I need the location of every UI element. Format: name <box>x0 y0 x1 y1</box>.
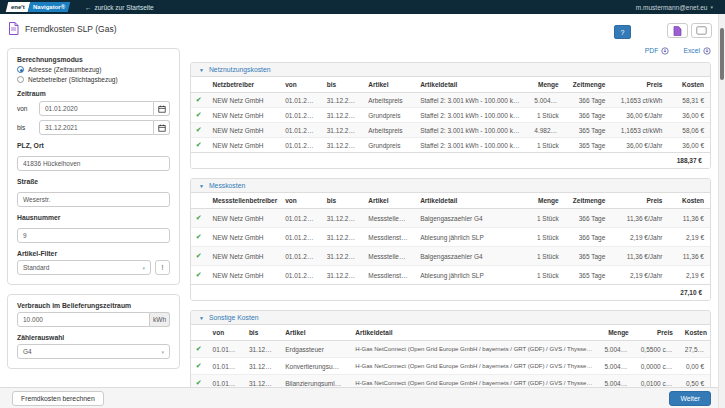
date-to-input[interactable] <box>39 120 154 135</box>
hausnummer-input[interactable] <box>17 228 170 243</box>
download-icon <box>661 47 669 55</box>
table-cell: 1 Stück <box>528 228 564 247</box>
table-cell: 0,0000 ct/kWh <box>635 358 679 375</box>
column-header: Artikeldetail <box>414 193 528 209</box>
table-cell: 01.01.2021 <box>279 266 321 285</box>
user-email: m.mustermann@enet.eu <box>636 4 708 11</box>
calendar-button-from[interactable] <box>154 101 170 116</box>
zaehlerauswahl-label: Zählerauswahl <box>17 334 170 341</box>
radio-adresse[interactable]: Adresse (Zeitraumbezug) <box>17 66 170 73</box>
messkosten-card: ▼ Messkosten MessstellenbetreibervonbisA… <box>190 178 711 301</box>
check-icon: ✔ <box>191 138 207 153</box>
table-cell: 27,52 € <box>679 341 710 358</box>
radio-adresse-label: Adresse (Zeitraumbezug) <box>28 66 101 73</box>
check-icon: ✔ <box>191 108 207 123</box>
table-cell: 11,36 € <box>668 247 710 266</box>
table-cell: Konvertierungsumlage <box>279 358 349 375</box>
column-header: Zeitmenge <box>565 193 612 209</box>
brand-logo-left: ene't <box>6 2 30 12</box>
calendar-button-to[interactable] <box>154 120 170 135</box>
date-from-input[interactable] <box>39 101 154 116</box>
chevron-down-icon: ▾ <box>161 349 164 355</box>
column-header: bis <box>321 77 363 93</box>
radio-unselected-icon <box>17 76 24 83</box>
verbrauch-input[interactable] <box>17 312 150 327</box>
vertical-scrollbar[interactable] <box>718 14 725 408</box>
radio-netzbetreiber[interactable]: Netzbetreiber (Stichtagsbezug) <box>17 76 170 83</box>
table-cell: Staffel 2: 3.001 kWh - 100.000 kWh <box>414 138 528 153</box>
weiter-button[interactable]: Weiter <box>669 391 711 406</box>
collapse-triangle-icon: ▼ <box>199 315 204 321</box>
column-header: Artikel <box>362 193 414 209</box>
table-cell: Messstellenbetrieb <box>362 209 414 228</box>
back-to-start-link[interactable]: ← zurück zur Startseite <box>85 4 154 11</box>
help-button[interactable]: ? <box>614 25 631 39</box>
table-cell: 58,31 € <box>668 93 710 108</box>
sonstige-kosten-card: ▼ Sonstige Kosten vonbisArtikelArtikelde… <box>190 310 711 387</box>
table-cell: 01.01.2020 <box>207 341 243 358</box>
table-cell: 1 Stück <box>528 247 564 266</box>
pdf-export-link[interactable]: PDF <box>645 47 670 55</box>
screen-view-button[interactable] <box>691 23 712 38</box>
table-cell: Staffel 2: 3.001 kWh - 100.000 kWh <box>414 123 528 138</box>
table-cell: 365 Tage <box>565 123 612 138</box>
back-arrow-icon: ← <box>85 4 92 11</box>
table-cell: Balgengaszaehler G4 <box>414 247 528 266</box>
table-row: ✔01.01.202031.12.2020Konvertierungsumlag… <box>191 358 710 375</box>
table-cell: 365 Tage <box>565 247 612 266</box>
table-cell: 01.01.2020 <box>207 375 243 388</box>
messkosten-table: MessstellenbetreibervonbisArtikelArtikel… <box>191 193 710 300</box>
table-row: ✔NEW Netz GmbH01.01.202131.12.2021Messst… <box>191 247 710 266</box>
strasse-input[interactable] <box>17 192 170 207</box>
column-header: Netzbetreiber <box>207 77 280 93</box>
calendar-icon <box>158 105 166 113</box>
table-cell: Messdienstleistung <box>362 228 414 247</box>
title-bar: Fremdkosten SLP (Gas) ? <box>0 14 725 44</box>
sonstige-kosten-header[interactable]: ▼ Sonstige Kosten <box>191 311 710 325</box>
app-window: ene't Navigator® ← zurück zur Startseite… <box>0 0 725 408</box>
netznutzungskosten-header[interactable]: ▼ Netznutzungskosten <box>191 63 710 77</box>
table-cell: NEW Netz GmbH <box>207 138 280 153</box>
table-cell: 36,00 €/Jahr <box>611 108 668 123</box>
von-label: von <box>17 105 39 112</box>
calculate-button[interactable]: Fremdkosten berechnen <box>12 391 104 406</box>
strasse-label: Straße <box>17 178 170 185</box>
messkosten-header[interactable]: ▼ Messkosten <box>191 179 710 193</box>
table-cell: Staffel 2: 3.001 kWh - 100.000 kWh <box>414 108 528 123</box>
netznutzungskosten-table: NetzbetreibervonbisArtikelArtikeldetailM… <box>191 77 710 168</box>
radio-netzbetreiber-label: Netzbetreiber (Stichtagsbezug) <box>28 76 118 83</box>
table-cell: 31.12.2020 <box>243 358 279 375</box>
table-cell: 5.004 kWh <box>528 93 564 108</box>
chevron-down-icon: ▾ <box>142 265 145 271</box>
column-header: Artikel <box>279 325 349 341</box>
table-total: 188,37 € <box>191 153 710 169</box>
verbrauch-label: Verbrauch im Belieferungszeitraum <box>17 302 170 309</box>
table-cell: 01.01.2021 <box>279 123 321 138</box>
column-header: Zeitmenge <box>565 77 612 93</box>
table-cell: 2,19 €/Jahr <box>611 228 668 247</box>
table-cell: 1 Stück <box>528 108 564 123</box>
artikel-filter-select[interactable]: Standard ▾ <box>17 260 151 275</box>
verbrauch-unit: kWh <box>150 312 170 327</box>
table-cell: 2,19 € <box>668 228 710 247</box>
report-view-button[interactable] <box>667 23 688 38</box>
collapse-triangle-icon: ▼ <box>199 183 204 189</box>
excel-export-link[interactable]: Excel <box>683 47 711 55</box>
page-title: Fremdkosten SLP (Gas) <box>25 24 117 34</box>
table-cell: 31.12.2021 <box>321 138 363 153</box>
table-cell: 36,00 € <box>668 138 710 153</box>
zaehlerauswahl-select[interactable]: G4 ▾ <box>17 344 170 359</box>
table-cell: 11,36 €/Jahr <box>611 209 668 228</box>
plz-ort-input[interactable] <box>17 156 170 171</box>
filter-action-button[interactable]: ! <box>155 260 170 275</box>
brand-logo[interactable]: ene't Navigator® <box>6 2 70 12</box>
table-row: ✔NEW Netz GmbH01.01.202131.12.2021Messdi… <box>191 266 710 285</box>
column-header: von <box>279 193 321 209</box>
check-column-header <box>191 325 207 341</box>
user-account-menu[interactable]: m.mustermann@enet.eu ▾ <box>636 4 713 11</box>
scrollbar-thumb[interactable] <box>720 28 724 80</box>
table-cell: 31.12.2020 <box>321 209 363 228</box>
table-cell: 11,36 €/Jahr <box>611 247 668 266</box>
table-cell: 366 Tage <box>565 108 612 123</box>
table-cell: 1 Stück <box>528 266 564 285</box>
